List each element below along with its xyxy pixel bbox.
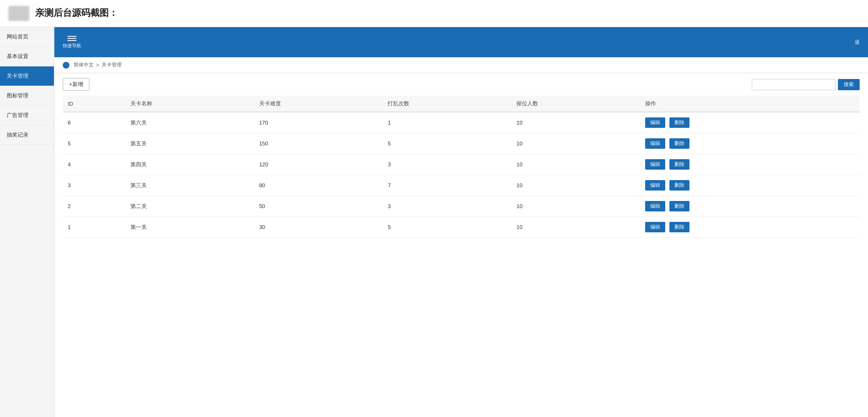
cell-difficulty: 120 bbox=[254, 154, 383, 175]
sidebar-item-basic-settings[interactable]: 基本设置 bbox=[0, 47, 54, 66]
delete-button[interactable]: 删除 bbox=[669, 222, 689, 232]
cell-actions: 编辑 删除 bbox=[640, 196, 860, 217]
cell-players: 10 bbox=[511, 196, 640, 217]
col-header-id: ID bbox=[63, 96, 125, 112]
search-input[interactable] bbox=[752, 79, 835, 90]
delete-button[interactable]: 删除 bbox=[669, 159, 689, 170]
header-bar: 快捷导航 退 bbox=[54, 27, 868, 57]
menu-icon bbox=[67, 36, 77, 41]
col-header-difficulty: 关卡难度 bbox=[254, 96, 383, 112]
cell-name: 第六关 bbox=[125, 112, 254, 133]
quick-nav-label: 快捷导航 bbox=[63, 43, 81, 49]
edit-button[interactable]: 编辑 bbox=[645, 222, 665, 232]
toolbar: +新增 搜索 bbox=[54, 73, 868, 96]
data-table: ID 关卡名称 关卡难度 打乱次数 探位人数 操作 6 第六关 170 1 10… bbox=[63, 96, 860, 238]
cell-id: 3 bbox=[63, 175, 125, 196]
sidebar-item-level-management[interactable]: 关卡管理 bbox=[0, 66, 54, 86]
content-area: 快捷导航 退 简体中文 > 关卡管理 +新增 搜索 bbox=[54, 27, 868, 417]
cell-actions: 编辑 删除 bbox=[640, 217, 860, 238]
cell-players: 10 bbox=[511, 217, 640, 238]
cell-id: 4 bbox=[63, 154, 125, 175]
cell-difficulty: 170 bbox=[254, 112, 383, 133]
delete-button[interactable]: 删除 bbox=[669, 201, 689, 211]
cell-difficulty: 80 bbox=[254, 175, 383, 196]
cell-name: 第二关 bbox=[125, 196, 254, 217]
cell-difficulty: 50 bbox=[254, 196, 383, 217]
cell-shuffle: 5 bbox=[383, 217, 511, 238]
sidebar-item-home[interactable]: 网站首页 bbox=[0, 27, 54, 47]
cell-id: 6 bbox=[63, 112, 125, 133]
sidebar-item-lottery-records[interactable]: 抽奖记录 bbox=[0, 125, 54, 145]
cell-actions: 编辑 删除 bbox=[640, 112, 860, 133]
cell-difficulty: 150 bbox=[254, 133, 383, 154]
edit-button[interactable]: 编辑 bbox=[645, 159, 665, 170]
col-header-actions: 操作 bbox=[640, 96, 860, 112]
col-header-shuffle: 打乱次数 bbox=[383, 96, 511, 112]
col-header-name: 关卡名称 bbox=[125, 96, 254, 112]
cell-name: 第一关 bbox=[125, 217, 254, 238]
delete-button[interactable]: 删除 bbox=[669, 180, 689, 191]
cell-actions: 编辑 删除 bbox=[640, 133, 860, 154]
cell-name: 第四关 bbox=[125, 154, 254, 175]
cell-players: 10 bbox=[511, 175, 640, 196]
cell-shuffle: 3 bbox=[383, 154, 511, 175]
col-header-players: 探位人数 bbox=[511, 96, 640, 112]
edit-button[interactable]: 编辑 bbox=[645, 180, 665, 191]
blurred-image bbox=[8, 6, 29, 21]
cell-shuffle: 7 bbox=[383, 175, 511, 196]
cell-actions: 编辑 删除 bbox=[640, 154, 860, 175]
edit-button[interactable]: 编辑 bbox=[645, 201, 665, 211]
table-row: 6 第六关 170 1 10 编辑 删除 bbox=[63, 112, 860, 133]
cell-id: 1 bbox=[63, 217, 125, 238]
cell-id: 5 bbox=[63, 133, 125, 154]
main-layout: 网站首页 基本设置 关卡管理 图标管理 广告管理 抽奖记录 快捷导航 bbox=[0, 27, 868, 417]
table-row: 1 第一关 30 5 10 编辑 删除 bbox=[63, 217, 860, 238]
table-header-row: ID 关卡名称 关卡难度 打乱次数 探位人数 操作 bbox=[63, 96, 860, 112]
edit-button[interactable]: 编辑 bbox=[645, 138, 665, 149]
cell-difficulty: 30 bbox=[254, 217, 383, 238]
table-row: 3 第三关 80 7 10 编辑 删除 bbox=[63, 175, 860, 196]
breadcrumb-separator: > bbox=[96, 62, 99, 68]
edit-button[interactable]: 编辑 bbox=[645, 117, 665, 128]
top-bar: 亲测后台源码截图： bbox=[0, 0, 868, 27]
top-bar-title: 亲测后台源码截图： bbox=[35, 8, 118, 18]
cell-name: 第五关 bbox=[125, 133, 254, 154]
cell-players: 10 bbox=[511, 133, 640, 154]
delete-button[interactable]: 删除 bbox=[669, 138, 689, 149]
breadcrumb: 简体中文 > 关卡管理 bbox=[54, 57, 868, 73]
globe-icon bbox=[63, 62, 69, 69]
table-row: 5 第五关 150 5 10 编辑 删除 bbox=[63, 133, 860, 154]
breadcrumb-current: 关卡管理 bbox=[102, 61, 122, 69]
sidebar-item-ad-management[interactable]: 广告管理 bbox=[0, 106, 54, 125]
sidebar: 网站首页 基本设置 关卡管理 图标管理 广告管理 抽奖记录 bbox=[0, 27, 54, 417]
cell-actions: 编辑 删除 bbox=[640, 175, 860, 196]
table-row: 2 第二关 50 3 10 编辑 删除 bbox=[63, 196, 860, 217]
delete-button[interactable]: 删除 bbox=[669, 117, 689, 128]
cell-shuffle: 3 bbox=[383, 196, 511, 217]
cell-players: 10 bbox=[511, 154, 640, 175]
add-button[interactable]: +新增 bbox=[63, 78, 89, 91]
quick-nav-button[interactable]: 快捷导航 bbox=[63, 36, 81, 49]
cell-players: 10 bbox=[511, 112, 640, 133]
breadcrumb-prefix: 简体中文 bbox=[74, 61, 94, 69]
header-right-button[interactable]: 退 bbox=[855, 39, 860, 46]
cell-shuffle: 5 bbox=[383, 133, 511, 154]
search-button[interactable]: 搜索 bbox=[838, 79, 860, 90]
cell-name: 第三关 bbox=[125, 175, 254, 196]
cell-shuffle: 1 bbox=[383, 112, 511, 133]
sidebar-item-icon-management[interactable]: 图标管理 bbox=[0, 86, 54, 106]
table-container: ID 关卡名称 关卡难度 打乱次数 探位人数 操作 6 第六关 170 1 10… bbox=[54, 96, 868, 417]
cell-id: 2 bbox=[63, 196, 125, 217]
search-area: 搜索 bbox=[752, 79, 860, 90]
table-row: 4 第四关 120 3 10 编辑 删除 bbox=[63, 154, 860, 175]
